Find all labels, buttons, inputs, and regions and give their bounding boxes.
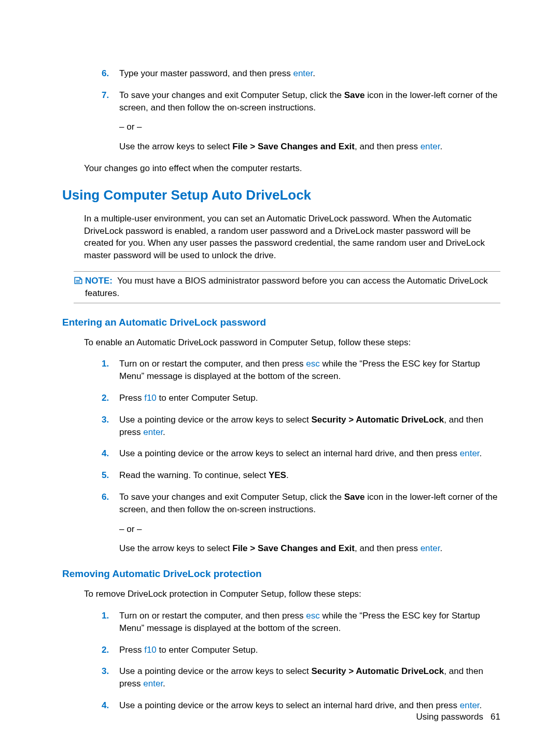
note-label: NOTE: [85, 276, 113, 286]
text: To save your changes and exit Computer S… [119, 90, 344, 100]
list-item: 5. Read the warning. To continue, select… [102, 469, 500, 482]
key-esc: esc [306, 359, 319, 369]
text: Use a pointing device or the arrow keys … [119, 415, 311, 425]
text: Use the arrow keys to select [119, 543, 232, 553]
text: Use the arrow keys to select [119, 142, 232, 151]
text: Type your master password, and then pres… [119, 68, 293, 78]
text: Press [119, 393, 144, 403]
text: . [480, 700, 482, 710]
bold-text: Security > Automatic DriveLock [311, 415, 444, 425]
key-esc: esc [306, 611, 319, 621]
key-enter: enter [293, 68, 313, 78]
text: to enter Computer Setup. [157, 645, 258, 655]
bold-text: YES [269, 470, 286, 480]
list-marker: 4. [102, 699, 119, 712]
list-body: To save your changes and exit Computer S… [119, 491, 500, 555]
key-enter: enter [460, 700, 480, 710]
list-body: Use a pointing device or the arrow keys … [119, 665, 500, 690]
key-enter: enter [421, 142, 440, 151]
list-item: 1. Turn on or restart the computer, and … [102, 358, 500, 383]
list-body: Press f10 to enter Computer Setup. [119, 392, 500, 404]
list-item: 7. To save your changes and exit Compute… [102, 89, 500, 153]
paragraph: To remove DriveLock protection in Comput… [84, 588, 500, 600]
text: . [440, 543, 442, 553]
note-text: NOTE: You must have a BIOS administrator… [85, 275, 500, 300]
or-line: – or – [119, 523, 500, 536]
text: . [480, 448, 482, 458]
subsection-heading: Removing Automatic DriveLock protection [62, 568, 500, 580]
bold-text: Save [344, 90, 365, 100]
paragraph: In a multiple-user environment, you can … [84, 213, 500, 262]
paragraph: Your changes go into effect when the com… [84, 162, 500, 175]
text: Use a pointing device or the arrow keys … [119, 448, 460, 458]
list-marker: 1. [102, 610, 119, 635]
key-f10: f10 [144, 393, 157, 403]
note-box: NOTE: You must have a BIOS administrator… [74, 271, 500, 303]
list-marker: 7. [102, 89, 119, 153]
note-icon [74, 276, 83, 300]
text: . [163, 679, 165, 688]
list-marker: 2. [102, 644, 119, 656]
list-body: Use a pointing device or the arrow keys … [119, 699, 500, 712]
text: . [163, 427, 165, 437]
list-marker: 1. [102, 358, 119, 383]
list-marker: 5. [102, 469, 119, 482]
text: . [313, 68, 315, 78]
text: Use a pointing device or the arrow keys … [119, 666, 311, 676]
text-block: Use the arrow keys to select File > Save… [119, 542, 500, 555]
list-marker: 3. [102, 414, 119, 439]
list-body: Type your master password, and then pres… [119, 67, 500, 80]
text: To save your changes and exit Computer S… [119, 492, 344, 502]
bold-text: File > Save Changes and Exit [232, 543, 355, 553]
list-item: 6. Type your master password, and then p… [102, 67, 500, 80]
paragraph: To enable an Automatic DriveLock passwor… [84, 336, 500, 349]
text: Press [119, 645, 144, 655]
list-item: 3. Use a pointing device or the arrow ke… [102, 414, 500, 439]
list-item: 2. Press f10 to enter Computer Setup. [102, 392, 500, 404]
key-enter: enter [143, 679, 163, 688]
list-marker: 4. [102, 447, 119, 460]
section-heading: Using Computer Setup Auto DriveLock [62, 187, 500, 203]
text: . [286, 470, 289, 480]
text: Turn on or restart the computer, and the… [119, 611, 306, 621]
list-body: To save your changes and exit Computer S… [119, 89, 500, 153]
text: . [440, 142, 442, 151]
list-body: Use a pointing device or the arrow keys … [119, 414, 500, 439]
list-body: Read the warning. To continue, select YE… [119, 469, 500, 482]
page-footer: Using passwords 61 [416, 712, 500, 722]
key-enter: enter [421, 543, 440, 553]
text: , and then press [355, 142, 421, 151]
list-body: Use a pointing device or the arrow keys … [119, 447, 500, 460]
text: Read the warning. To continue, select [119, 470, 269, 480]
list-marker: 2. [102, 392, 119, 404]
or-line: – or – [119, 121, 500, 133]
list-item: 4. Use a pointing device or the arrow ke… [102, 699, 500, 712]
text: You must have a BIOS administrator passw… [85, 276, 488, 298]
page-number: 61 [491, 712, 500, 722]
key-f10: f10 [144, 645, 157, 655]
list-marker: 6. [102, 67, 119, 80]
list-item: 2. Press f10 to enter Computer Setup. [102, 644, 500, 656]
bold-text: Security > Automatic DriveLock [311, 666, 444, 676]
text: Use a pointing device or the arrow keys … [119, 700, 460, 710]
list-item: 4. Use a pointing device or the arrow ke… [102, 447, 500, 460]
list-body: Turn on or restart the computer, and the… [119, 358, 500, 383]
footer-section: Using passwords [416, 712, 483, 722]
document-page: 6. Type your master password, and then p… [0, 0, 560, 745]
list-item: 6. To save your changes and exit Compute… [102, 491, 500, 555]
list-body: Turn on or restart the computer, and the… [119, 610, 500, 635]
text: to enter Computer Setup. [157, 393, 258, 403]
bold-text: File > Save Changes and Exit [232, 142, 355, 151]
subsection-heading: Entering an Automatic DriveLock password [62, 317, 500, 328]
list-item: 3. Use a pointing device or the arrow ke… [102, 665, 500, 690]
key-enter: enter [460, 448, 480, 458]
list-marker: 6. [102, 491, 119, 555]
list-item: 1. Turn on or restart the computer, and … [102, 610, 500, 635]
key-enter: enter [143, 427, 163, 437]
list-body: Press f10 to enter Computer Setup. [119, 644, 500, 656]
text: Turn on or restart the computer, and the… [119, 359, 306, 369]
bold-text: Save [344, 492, 365, 502]
list-marker: 3. [102, 665, 119, 690]
text-block: Use the arrow keys to select File > Save… [119, 140, 500, 153]
text: , and then press [355, 543, 421, 553]
